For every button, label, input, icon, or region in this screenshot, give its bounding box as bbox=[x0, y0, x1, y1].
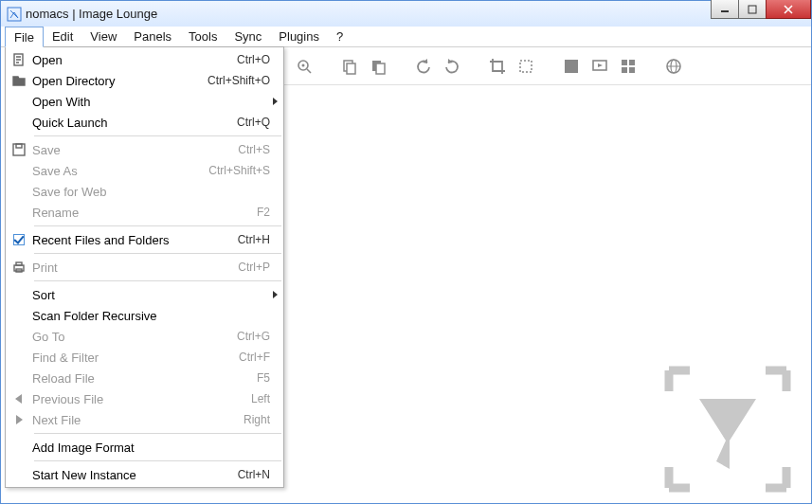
menu-item-start-new-instance[interactable]: Start New InstanceCtrl+N bbox=[6, 464, 283, 485]
menu-item-label: Print bbox=[32, 261, 238, 275]
svg-rect-22 bbox=[16, 144, 22, 148]
svg-rect-21 bbox=[13, 144, 25, 155]
menu-item-label: Recent Files and Folders bbox=[32, 233, 238, 247]
menu-item-recent-files-and-folders[interactable]: Recent Files and FoldersCtrl+H bbox=[6, 229, 283, 250]
menu-separator bbox=[34, 135, 281, 136]
menu-item-label: Sort bbox=[32, 288, 270, 302]
nomacs-watermark-icon bbox=[661, 363, 794, 495]
file-menu-dropdown: OpenCtrl+OOpen DirectoryCtrl+Shift+OOpen… bbox=[5, 46, 284, 488]
svg-rect-15 bbox=[622, 67, 627, 73]
crop-alt-icon[interactable] bbox=[512, 52, 540, 81]
svg-rect-10 bbox=[520, 61, 532, 72]
menu-separator bbox=[34, 433, 281, 434]
menu-item-scan-folder-recursive[interactable]: Scan Folder Recursive bbox=[6, 305, 283, 326]
thumbs-icon[interactable] bbox=[614, 52, 642, 81]
menu-item-label: Reload File bbox=[32, 371, 257, 386]
crop-icon[interactable] bbox=[483, 52, 512, 81]
rotate-cw-icon[interactable] bbox=[438, 52, 466, 81]
close-button[interactable] bbox=[766, 0, 811, 19]
menu-item-previous-file: Previous FileLeft bbox=[6, 388, 283, 409]
menu-item-shortcut: F5 bbox=[257, 371, 270, 385]
menu-item-print: PrintCtrl+P bbox=[6, 257, 283, 278]
menu-item-label: Open bbox=[32, 53, 237, 67]
menu-item-next-file: Next FileRight bbox=[6, 409, 283, 430]
menu-item-rename: RenameF2 bbox=[6, 202, 283, 223]
image-canvas bbox=[280, 85, 811, 503]
menu-item-sort[interactable]: Sort bbox=[6, 284, 283, 305]
copy-icon[interactable] bbox=[335, 52, 364, 81]
menu-edit[interactable]: Edit bbox=[44, 27, 81, 46]
menu-tools[interactable]: Tools bbox=[180, 27, 226, 46]
submenu-arrow-icon bbox=[273, 98, 278, 105]
window-controls bbox=[712, 0, 811, 19]
svg-rect-7 bbox=[347, 63, 355, 74]
rotate-ccw-icon[interactable] bbox=[409, 52, 438, 81]
globe-icon[interactable] bbox=[659, 52, 688, 81]
menu-item-shortcut: Ctrl+F bbox=[239, 351, 270, 364]
toolbar bbox=[280, 47, 811, 85]
menu-separator bbox=[34, 253, 281, 254]
menu-item-shortcut: Ctrl+Q bbox=[237, 116, 270, 129]
menu-item-label: Find & Filter bbox=[32, 351, 239, 365]
next-icon bbox=[6, 413, 32, 426]
minimize-button[interactable] bbox=[711, 0, 739, 19]
menu-item-label: Save As bbox=[32, 164, 208, 178]
menu-sync[interactable]: Sync bbox=[226, 27, 270, 46]
doc-icon bbox=[6, 53, 32, 66]
save-icon bbox=[6, 143, 32, 156]
menubar: FileEditViewPanelsToolsSyncPlugins? bbox=[1, 27, 811, 47]
menu-item-label: Scan Folder Recursive bbox=[32, 309, 270, 323]
titlebar: nomacs | Image Lounge bbox=[1, 0, 811, 27]
svg-rect-11 bbox=[565, 60, 578, 73]
app-window: nomacs | Image Lounge FileEditViewPanels… bbox=[0, 0, 812, 504]
menu-item-label: Save bbox=[32, 143, 238, 157]
menu-item-shortcut: Ctrl+Shift+S bbox=[208, 164, 270, 177]
menu-view[interactable]: View bbox=[81, 27, 125, 46]
menu-item-save-for-web: Save for Web bbox=[6, 181, 283, 202]
fullscreen-icon[interactable] bbox=[557, 52, 586, 81]
menu-item-go-to: Go ToCtrl+G bbox=[6, 326, 283, 347]
svg-rect-9 bbox=[376, 63, 385, 74]
menu-item-shortcut: Ctrl+G bbox=[237, 330, 270, 343]
menu-item-shortcut: Ctrl+O bbox=[237, 53, 270, 66]
menu-item-shortcut: Ctrl+Shift+O bbox=[208, 74, 270, 87]
svg-point-5 bbox=[302, 63, 305, 66]
menu-item-shortcut: Left bbox=[251, 392, 270, 405]
menu-item-label: Quick Launch bbox=[32, 116, 237, 130]
print-icon bbox=[6, 261, 32, 274]
svg-rect-16 bbox=[629, 67, 635, 73]
menu-item-label: Go To bbox=[32, 330, 237, 344]
menu-help[interactable]: ? bbox=[328, 27, 352, 46]
menu-plugins[interactable]: Plugins bbox=[270, 27, 328, 46]
menu-file[interactable]: File bbox=[5, 27, 44, 47]
paste-icon[interactable] bbox=[364, 52, 392, 81]
menu-item-shortcut: Ctrl+P bbox=[238, 261, 270, 274]
svg-line-4 bbox=[307, 69, 311, 73]
maximize-button[interactable] bbox=[738, 0, 767, 19]
svg-rect-2 bbox=[749, 6, 756, 13]
svg-rect-13 bbox=[622, 60, 627, 65]
menu-item-open-directory[interactable]: Open DirectoryCtrl+Shift+O bbox=[6, 70, 283, 91]
menu-item-label: Add Image Format bbox=[32, 441, 270, 455]
menu-item-shortcut: Ctrl+N bbox=[238, 468, 270, 481]
menu-item-add-image-format[interactable]: Add Image Format bbox=[6, 437, 283, 458]
menu-separator bbox=[34, 225, 281, 226]
menu-item-shortcut: F2 bbox=[257, 206, 270, 219]
menu-item-label: Open With bbox=[32, 95, 270, 109]
menu-item-reload-file: Reload FileF5 bbox=[6, 368, 283, 388]
menu-item-quick-launch[interactable]: Quick LaunchCtrl+Q bbox=[6, 112, 283, 133]
svg-rect-24 bbox=[16, 262, 22, 265]
folder-icon bbox=[6, 74, 32, 87]
svg-rect-14 bbox=[629, 60, 635, 65]
menu-item-open-with[interactable]: Open With bbox=[6, 91, 283, 112]
slideshow-icon[interactable] bbox=[586, 52, 614, 81]
menu-panels[interactable]: Panels bbox=[125, 27, 180, 46]
prev-icon bbox=[6, 392, 32, 405]
menu-separator bbox=[34, 280, 281, 281]
window-title: nomacs | Image Lounge bbox=[26, 7, 157, 21]
menu-item-label: Start New Instance bbox=[32, 468, 238, 482]
menu-item-find-filter: Find & FilterCtrl+F bbox=[6, 347, 283, 368]
menu-item-open[interactable]: OpenCtrl+O bbox=[6, 49, 283, 70]
zoom-reset-icon[interactable] bbox=[290, 52, 318, 81]
menu-item-label: Save for Web bbox=[32, 185, 270, 199]
